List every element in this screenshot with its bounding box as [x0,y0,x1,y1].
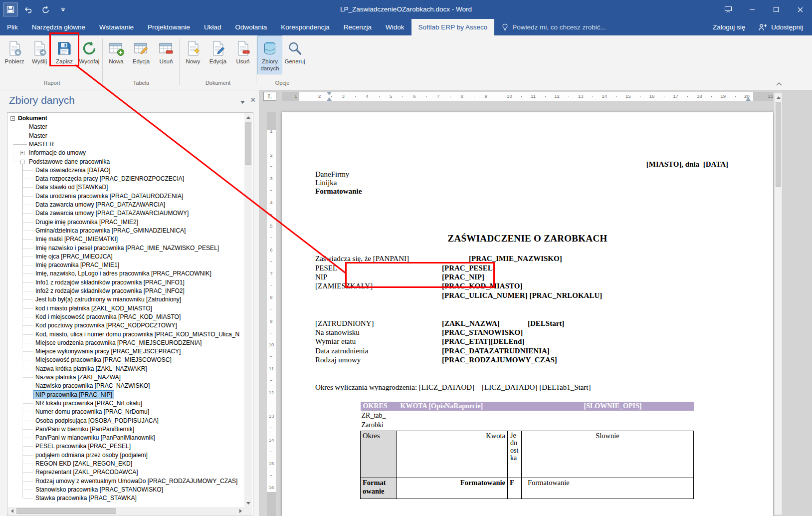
tree-item[interactable]: Kod i miejscowość pracownika [PRAC_KOD_M… [8,313,244,321]
tree-item[interactable]: Nazwa płatnika [ZAKL_NAZWA] [8,373,244,382]
tree-item[interactable]: Drugie imię pracownika [PRAC_IMIE2] [8,218,244,227]
scroll-up-button[interactable] [244,113,252,121]
ribbon-button-nowa[interactable]: Nowa [104,35,129,74]
tree-item[interactable]: Info2 z rodzajów składników pracownika [… [8,287,244,295]
tab-softlab-erp-by-asseco[interactable]: Softlab ERP by Asseco [411,19,495,35]
ribbon-button-wycofaj[interactable]: Wycofaj [77,35,102,74]
tree-item[interactable]: Miejsce wykonywania pracy [PRAC_MIEJSCEP… [8,347,244,356]
tree-item[interactable]: Data stawki od [STAWKaD] [8,183,244,192]
tree-item[interactable]: Info1 z rodzajów składników pracownika [… [8,278,244,287]
tree-item[interactable]: Miejscowość pracownika [PRAC_MIEJSCOWOSC… [8,356,244,364]
collapse-icon[interactable]: - [20,160,24,164]
tree-item[interactable]: Stawka pracownika [PRAC_STAWKA] [8,494,244,503]
scrollbar-thumb[interactable] [776,102,781,187]
share-button[interactable]: Udostępnij [758,23,803,31]
close-button[interactable] [788,0,812,19]
ribbon-button-edycja[interactable]: Edycja [129,35,154,74]
tree-item[interactable]: Stanowisko pracownika [PRAC_STANOWISKO] [8,486,244,494]
ribbon-button-generuj[interactable]: Generuj [282,35,307,74]
tree-vertical-scrollbar[interactable] [244,113,252,507]
sign-in-link[interactable]: Zaloguj się [713,23,745,31]
tree-item[interactable]: Data oświadczenia [DATAO] [8,166,244,175]
tree-item[interactable]: -Podstawowe dane pracownika [8,158,244,166]
tree-item[interactable]: Imię nazwisko i pesel pracownika [PRAC_I… [8,244,244,253]
tab-odwolania[interactable]: Odwołania [228,19,274,35]
scrollbar-thumb[interactable] [16,508,116,514]
undo-button[interactable] [20,2,35,16]
document-scrollbar[interactable] [774,93,782,515]
tab-uklad[interactable]: Układ [197,19,228,35]
ribbon-button-pobierz[interactable]: Pobierz [2,35,27,74]
tell-me-box[interactable]: Powiedz mi, co chcesz zrobić... [494,19,613,35]
tree-item[interactable]: Imię pracownika [PRAC_IMIE1] [8,261,244,269]
ribbon-button-usun[interactable]: Usuń [154,35,179,74]
tree-item[interactable]: Data urodzenia pracownika [PRAC_DATAUROD… [8,192,244,201]
pane-close-button[interactable]: × [250,95,256,104]
tab-recenzja[interactable]: Recenzja [337,19,379,35]
tree-item[interactable]: Master [8,132,244,140]
tree-item[interactable]: Pan/Pani w bierniku [PanPaniBiernik] [8,425,244,434]
tab-projektowanie[interactable]: Projektowanie [141,19,197,35]
tree-item[interactable]: Kod pocztowy pracownika [PRAC_KODPOCZTOW… [8,321,244,330]
maximize-button[interactable] [764,0,788,19]
ribbon-display-options-button[interactable] [716,0,740,19]
tree-item[interactable]: Imię matki [PRAC_IMIEMATKI] [8,235,244,244]
redo-button[interactable] [38,2,53,16]
ribbon-button-edycja[interactable]: Edycja [205,35,230,74]
tree-item[interactable]: NR lokalu pracownika [PRAC_NrLokalu] [8,399,244,408]
scroll-right-button[interactable] [236,507,244,515]
tree-item[interactable]: -Dokument [8,114,244,123]
tree-item[interactable]: PESEL pracownika [PRAC_PESEL] [8,442,244,451]
tree-item[interactable]: +Informacje do umowy [8,149,244,157]
tree-item[interactable]: Imię, nazwisko, LpLogo i adres pracownik… [8,269,244,278]
tab-korespondencja[interactable]: Korespondencja [274,19,337,35]
scrollbar-thumb[interactable] [245,122,251,165]
hanging-indent-marker[interactable] [327,97,332,101]
tree-item[interactable]: kod i miasto płatnika [ZAKL_KOD_MIASTO] [8,304,244,313]
tree-item[interactable]: Numer domu pracownika [PRAC_NrDomu] [8,408,244,416]
h-ruler[interactable]: 123456789101112131415161718192021 [282,92,773,101]
tree-item[interactable]: Data zawarcia umowy [PRAC_DATAZAWARCIAUM… [8,209,244,218]
tree-item[interactable]: Miejsce urodzenia pracownika [PRAC_MIEJS… [8,339,244,347]
quick-save-button[interactable] [3,2,18,16]
tab-plik[interactable]: Plik [0,19,25,35]
tree-item[interactable]: Nazwa krótka płatnika [ZAKL_NAZWAKR] [8,365,244,373]
v-ruler[interactable]: 12345678910111213141516 [267,112,276,516]
tree-item[interactable]: Rodzaj umowy z ewentualnym UmowaDo [PRAC… [8,477,244,486]
collapse-ribbon-button[interactable] [775,80,784,87]
tree-item[interactable]: Pan/Pani w mianowniku [PanPaniMianownik] [8,434,244,442]
scroll-down-button[interactable] [244,499,252,507]
tab-wstawianie[interactable]: Wstawianie [92,19,141,35]
tree-item[interactable]: Jest lub był(a) zatrudniony w mianowniku… [8,295,244,304]
ribbon-button-zbiory-danych[interactable]: Zbiory danych [257,35,282,74]
tree-item[interactable]: Reprezentant [ZAKL_PRACODAWCA] [8,468,244,477]
scroll-up-button[interactable] [775,93,783,101]
tree-item[interactable]: Osoba podpisująca [OSOBA_PODPISUJACA] [8,417,244,425]
tree-item-selected[interactable]: NIP pracownika [PRAC_NIP] [8,391,244,399]
tree-item[interactable]: Data zawarcia umowy [PRAC_DATAZAWARCIA] [8,201,244,209]
first-line-indent-marker[interactable] [327,92,332,95]
tree-item[interactable]: Kod, miasto, ulica i numer domu pracowni… [8,330,244,339]
tree-item[interactable]: Master [8,123,244,131]
expand-icon[interactable]: + [20,151,24,155]
tree-item[interactable]: Nazwisko pracownika [PRAC_NAZWISKO] [8,382,244,390]
tree-item[interactable]: Data rozpoczęcia pracy [PRAC_DZIENROZPOC… [8,175,244,183]
collapse-icon[interactable]: - [10,116,15,121]
tab-narzedzia-glowne[interactable]: Narzędzia główne [25,19,92,35]
scroll-left-button[interactable] [8,507,16,515]
pane-menu-button[interactable] [240,101,245,104]
tree-item[interactable]: Imię ojca [PRAC_IMIEOJCA] [8,253,244,261]
minimize-button[interactable] [740,0,764,19]
tree-item[interactable]: MASTER [8,140,244,149]
page[interactable]: [MIASTO], dnia [DATA] DaneFirmy Linijka … [282,112,773,516]
tab-widok[interactable]: Widok [379,19,411,35]
ribbon-button-nowy[interactable]: Nowy [181,35,205,74]
ribbon-button-zapisz[interactable]: Zapisz [52,35,77,74]
tree-item[interactable]: REGON EKD [ZAKL_REGON_EKD] [8,460,244,468]
tree-horizontal-scrollbar[interactable] [8,507,244,515]
tree-item[interactable]: podjąłem odmiana przez osoby [podjalem] [8,451,244,460]
ribbon-button-wyslij[interactable]: Wyślij [27,35,52,74]
tab-selector[interactable]: L [263,92,276,101]
ribbon-button-usun[interactable]: Usuń [230,35,255,74]
tree-item[interactable]: Gmina/dzielnica pracownika [PRAC_GMINADZ… [8,227,244,235]
